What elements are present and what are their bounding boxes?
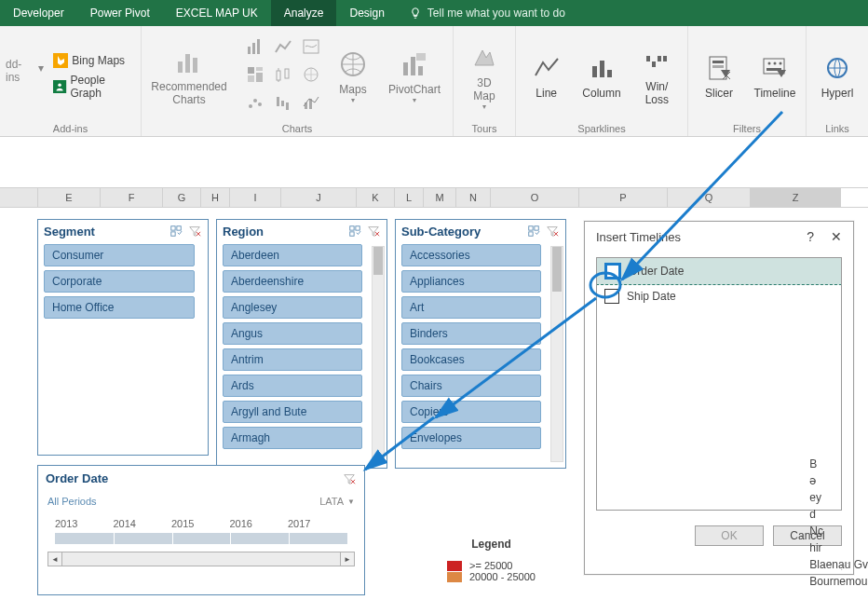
multiselect-icon[interactable] [347, 224, 362, 239]
col-E[interactable]: E [38, 188, 101, 207]
clear-filter-icon[interactable] [187, 224, 202, 239]
col-F[interactable]: F [101, 188, 163, 207]
tab-developer[interactable]: Developer [0, 0, 77, 26]
slicer-item[interactable]: Antrim [223, 348, 362, 371]
chart-type-grid[interactable] [242, 34, 324, 116]
clear-filter-icon[interactable] [342, 471, 357, 486]
scatter-chart-icon[interactable] [242, 89, 268, 116]
hyperlink-button[interactable]: Hyperl [812, 49, 862, 100]
svg-rect-12 [256, 73, 263, 82]
close-button[interactable]: ✕ [831, 229, 842, 244]
scroll-right-button[interactable]: ► [340, 552, 355, 566]
bar-chart-icon[interactable] [242, 34, 268, 60]
svg-rect-7 [252, 43, 255, 54]
dialog-item-ship-date[interactable]: Ship Date [597, 284, 841, 308]
people-graph-button[interactable]: People Graph [49, 72, 135, 102]
scroll-left-button[interactable]: ◄ [47, 552, 62, 566]
slicer-item[interactable]: Copiers [401, 401, 541, 423]
map-chart-icon[interactable] [298, 34, 324, 60]
slicer-item[interactable]: Aberdeen [223, 244, 362, 266]
slicer-label: Slicer [705, 87, 733, 100]
timeline-button[interactable]: Timeline [750, 49, 800, 100]
tab-design[interactable]: Design [336, 0, 397, 26]
3d-map-button[interactable]: 3D Map ▾ [459, 39, 509, 111]
slicer-button[interactable]: Slicer [694, 49, 744, 100]
slicer-item[interactable]: Art [401, 296, 541, 319]
checkbox-icon[interactable] [604, 263, 621, 280]
hierarchy-chart-icon[interactable] [242, 61, 268, 88]
timeline-unit-dropdown[interactable]: LATA ▼ [319, 496, 355, 507]
col-L[interactable]: L [395, 188, 424, 207]
scrollbar[interactable] [550, 246, 563, 462]
col-Q[interactable]: Q [668, 188, 751, 207]
col-N[interactable]: N [456, 188, 491, 207]
slicer-item[interactable]: Aberdeenshire [223, 270, 362, 293]
slicer-segment[interactable]: Segment ConsumerCorporateHome Office [37, 219, 209, 456]
tab-excelmapuk[interactable]: EXCEL MAP UK [163, 0, 271, 26]
slicer-item[interactable]: Armagh [223, 427, 362, 449]
slicer-item[interactable]: Home Office [44, 296, 195, 319]
scrollbar[interactable] [372, 246, 385, 462]
slicer-item[interactable]: Bookcases [401, 348, 541, 371]
multiselect-icon[interactable] [526, 224, 541, 239]
slicer-item[interactable]: Envelopes [401, 427, 541, 449]
slicer-icon [704, 53, 734, 83]
sparkline-line-button[interactable]: Line [522, 49, 571, 100]
help-button[interactable]: ? [807, 229, 814, 244]
slicer-item[interactable]: Ards [223, 375, 362, 397]
slicer-item[interactable]: Appliances [401, 270, 541, 293]
multiselect-icon[interactable] [169, 224, 183, 239]
addins-dropdown-stub[interactable]: dd-ins [6, 30, 33, 84]
slicer-item[interactable]: Accessories [401, 244, 541, 266]
cell-fragment: d [809, 506, 868, 523]
sparkline-column-button[interactable]: Column [576, 49, 626, 100]
cell-fragment: B [809, 456, 868, 472]
bing-maps-button[interactable]: Bing Maps [49, 51, 135, 70]
recommended-charts-button[interactable]: Recommended Charts [147, 43, 231, 106]
tab-analyze[interactable]: Analyze [271, 0, 337, 26]
col-H[interactable]: H [201, 188, 230, 207]
group-tours-label: Tours [459, 119, 509, 136]
tell-me-search[interactable]: Tell me what you want to do [398, 0, 576, 26]
waterfall-chart-icon[interactable] [270, 89, 296, 116]
slicer-item[interactable]: Chairs [401, 375, 541, 397]
stat-chart-icon[interactable] [270, 61, 296, 88]
col-Z[interactable]: Z [751, 188, 841, 207]
checkbox-icon[interactable] [604, 289, 619, 304]
timeline-slicer-order-date[interactable]: Order Date All Periods LATA ▼ 2013201420… [37, 465, 365, 595]
tab-powerpivot[interactable]: Power Pivot [77, 0, 163, 26]
col-K[interactable]: K [357, 188, 395, 207]
maps-button[interactable]: Maps ▾ [330, 46, 376, 104]
horizontal-scrollbar[interactable] [62, 552, 340, 566]
col-P[interactable]: P [579, 188, 668, 207]
col-J[interactable]: J [281, 188, 357, 207]
clear-filter-icon[interactable] [545, 224, 560, 239]
dialog-item-label: Ship Date [627, 290, 676, 303]
slicer-item[interactable]: Corporate [44, 270, 195, 293]
slicer-item[interactable]: Consumer [44, 244, 195, 266]
maps-label: Maps [339, 83, 366, 96]
timeline-track[interactable] [55, 533, 347, 544]
ok-button[interactable]: OK [695, 525, 764, 546]
slicer-item[interactable]: Argyll and Bute [223, 401, 362, 423]
legend-row: 20000 - 25000 [447, 571, 536, 582]
hyperlink-icon [822, 53, 852, 83]
slicer-subcategory[interactable]: Sub-Category AccessoriesAppliancesArtBin… [395, 219, 566, 469]
sparkline-column-label: Column [582, 87, 620, 100]
sparkline-winloss-button[interactable]: Win/ Loss [632, 43, 682, 106]
clear-filter-icon[interactable] [366, 224, 381, 239]
dialog-item-order-date[interactable]: Order Date [596, 257, 842, 285]
slicer-region[interactable]: Region AberdeenAberdeenshireAngleseyAngu… [216, 219, 387, 469]
surface-chart-icon[interactable] [298, 61, 324, 88]
col-O[interactable]: O [491, 188, 579, 207]
slicer-item[interactable]: Anglesey [223, 296, 362, 319]
col-G[interactable]: G [163, 188, 201, 207]
col-I[interactable]: I [230, 188, 281, 207]
slicer-item[interactable]: Binders [401, 322, 541, 345]
combo-chart-icon[interactable] [298, 89, 324, 116]
pivotchart-button[interactable]: PivotChart ▾ [382, 46, 447, 104]
timeline-title: Order Date [46, 471, 108, 486]
line-chart-icon[interactable] [270, 34, 296, 60]
slicer-item[interactable]: Angus [223, 322, 362, 345]
col-M[interactable]: M [424, 188, 456, 207]
